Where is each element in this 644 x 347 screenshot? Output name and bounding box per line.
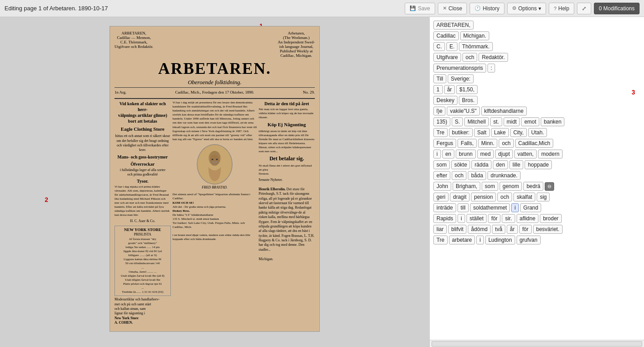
token[interactable]: och	[499, 139, 513, 148]
save-button[interactable]: 💾 Save	[405, 3, 435, 14]
token[interactable]: i	[511, 203, 519, 212]
token[interactable]: den	[493, 160, 508, 169]
token[interactable]: Redaktör.	[479, 53, 508, 62]
token[interactable]: st.	[490, 117, 502, 126]
token[interactable]: sir.	[502, 214, 515, 223]
token[interactable]: ARBETAREN,	[433, 21, 474, 30]
modifications-button[interactable]: 0 Modifications	[594, 3, 640, 14]
token[interactable]: Mitchell	[464, 117, 489, 126]
token[interactable]: två	[492, 225, 505, 234]
token[interactable]: midt	[504, 117, 520, 126]
token[interactable]: år	[507, 225, 518, 234]
token[interactable]: l)e	[433, 107, 445, 116]
token[interactable]: rädda	[471, 160, 491, 169]
token[interactable]: ådömd	[468, 225, 491, 234]
options-button[interactable]: ⚙ Options ▾	[507, 3, 546, 14]
token[interactable]: Utah.	[528, 128, 547, 137]
token[interactable]: geri	[433, 193, 449, 201]
token[interactable]: grufvan	[517, 236, 541, 244]
token[interactable]: och	[462, 53, 477, 62]
token[interactable]: drunknade.	[487, 171, 521, 180]
token[interactable]: blifvit	[448, 225, 466, 234]
token[interactable]: ⊖	[545, 182, 554, 191]
token[interactable]: butiker:	[449, 128, 473, 137]
token[interactable]: båda	[468, 171, 486, 180]
tokens-area[interactable]: ARBETAREN,CadillacMichigan.C.E.Thörnmark…	[430, 17, 644, 340]
token[interactable]: Till	[433, 74, 446, 83]
token[interactable]: Deskey	[433, 96, 458, 105]
token[interactable]: vakiie"U.S"	[447, 107, 479, 116]
token[interactable]: modern	[538, 150, 563, 159]
token[interactable]: och	[452, 171, 466, 180]
token[interactable]: Cadillac,Mich	[515, 139, 553, 148]
token[interactable]: 135)	[433, 117, 450, 126]
token[interactable]: aflidne	[517, 214, 538, 223]
token[interactable]: bedrä	[523, 182, 543, 191]
token[interactable]: inträde	[433, 203, 456, 212]
token[interactable]: Falls,	[458, 139, 477, 148]
token[interactable]: 1	[433, 85, 443, 94]
token[interactable]: med	[477, 150, 494, 159]
token[interactable]: genom	[500, 182, 522, 191]
token[interactable]: brunn	[456, 150, 476, 159]
token[interactable]: klftdeshandlarne	[481, 107, 527, 116]
token[interactable]: i	[458, 214, 465, 223]
token[interactable]: Tre	[433, 236, 448, 244]
token[interactable]: en	[442, 150, 454, 159]
token[interactable]: soldathemmet	[470, 203, 510, 212]
token[interactable]: Minn.	[478, 139, 497, 148]
token[interactable]: Rapids	[433, 214, 456, 223]
token[interactable]: banken	[541, 117, 564, 126]
token[interactable]: :	[487, 64, 495, 73]
token[interactable]: dragit	[450, 193, 470, 201]
token[interactable]: arbetare	[449, 236, 475, 244]
token[interactable]: John	[433, 182, 451, 191]
token[interactable]: Grand	[520, 203, 541, 212]
token[interactable]: Fergus	[433, 139, 456, 148]
token[interactable]: Cadillac	[433, 31, 459, 40]
token[interactable]: skalfat	[513, 193, 535, 201]
token[interactable]: sig	[537, 193, 550, 201]
token[interactable]: Prenumerationspris	[433, 64, 486, 73]
token[interactable]: Brigham,	[453, 182, 480, 191]
token[interactable]: i	[433, 150, 441, 159]
token[interactable]: S.	[452, 117, 463, 126]
token[interactable]: djupt	[495, 150, 513, 159]
token[interactable]: Michigan.	[460, 31, 489, 40]
token[interactable]: $1,50,	[456, 85, 477, 94]
token[interactable]: Thörnmark.	[459, 42, 492, 51]
history-button[interactable]: 🕐 History	[470, 3, 504, 14]
token[interactable]: år	[444, 85, 455, 94]
close-button[interactable]: ✕ Close	[438, 3, 467, 14]
token[interactable]: City,	[510, 128, 527, 137]
token[interactable]: E.	[446, 42, 458, 51]
token[interactable]: pension	[471, 193, 496, 201]
token[interactable]: liar	[433, 225, 447, 234]
token[interactable]: Sverige:	[448, 74, 474, 83]
token[interactable]: Tre	[433, 128, 448, 137]
token[interactable]: Utgifvare	[433, 53, 461, 62]
token[interactable]: Ludington	[485, 236, 515, 244]
token[interactable]: för	[519, 225, 532, 234]
token[interactable]: besväriet.	[533, 225, 563, 234]
token[interactable]: vatten,	[514, 150, 537, 159]
token[interactable]: som	[433, 160, 450, 169]
token[interactable]: efter	[433, 171, 450, 180]
token[interactable]: Salt	[474, 128, 490, 137]
token[interactable]: Bros.	[459, 96, 478, 105]
token[interactable]: och	[497, 193, 512, 201]
token[interactable]: hoppade	[525, 160, 552, 169]
token[interactable]: Lake	[491, 128, 509, 137]
token[interactable]: i	[476, 236, 484, 244]
token[interactable]: stället	[466, 214, 487, 223]
token[interactable]: C.	[433, 42, 445, 51]
token[interactable]: för	[488, 214, 500, 223]
help-button[interactable]: ? Help	[549, 3, 574, 14]
token[interactable]: till	[458, 203, 469, 212]
token[interactable]: som	[482, 182, 498, 191]
token[interactable]: lille	[509, 160, 523, 169]
token[interactable]: broder	[540, 214, 562, 223]
horizontal-scrollbar[interactable]	[432, 341, 642, 347]
token[interactable]: emot	[521, 117, 539, 126]
token[interactable]: sökte	[451, 160, 470, 169]
